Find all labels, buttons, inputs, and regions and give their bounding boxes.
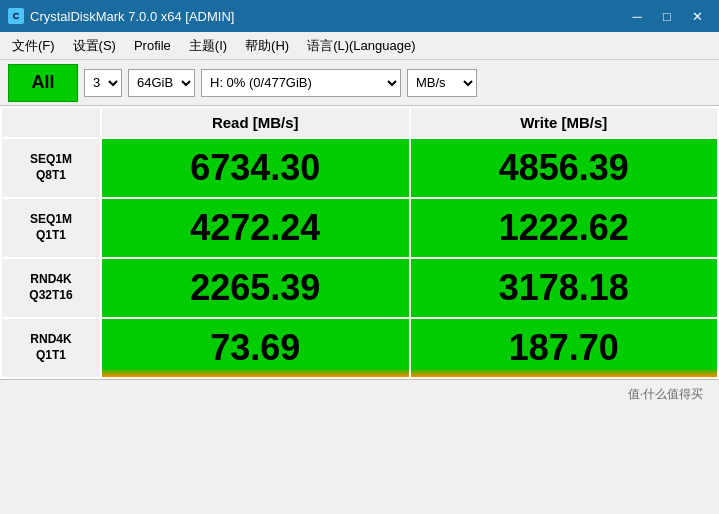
watermark: 值·什么值得买 [628, 386, 703, 403]
window-title: CrystalDiskMark 7.0.0 x64 [ADMIN] [30, 9, 234, 24]
write-value: 187.70 [410, 318, 719, 378]
row-label: RND4KQ32T16 [1, 258, 101, 318]
menu-bar: 文件(F) 设置(S) Profile 主题(I) 帮助(H) 语言(L)(La… [0, 32, 719, 60]
write-value: 4856.39 [410, 138, 719, 198]
app-icon: C [8, 8, 24, 24]
write-value: 1222.62 [410, 198, 719, 258]
menu-file[interactable]: 文件(F) [4, 33, 63, 59]
all-button[interactable]: All [8, 64, 78, 102]
table-row: SEQ1MQ8T16734.304856.39 [1, 138, 718, 198]
status-bar: 值·什么值得买 [0, 379, 719, 409]
title-bar: C CrystalDiskMark 7.0.0 x64 [ADMIN] ─ □ … [0, 0, 719, 32]
read-value: 6734.30 [101, 138, 410, 198]
size-select[interactable]: 64GiB 1GiB 16GiB [128, 69, 195, 97]
toolbar: All 3 1 5 64GiB 1GiB 16GiB H: 0% (0/477G… [0, 60, 719, 106]
row-label: SEQ1MQ8T1 [1, 138, 101, 198]
minimize-button[interactable]: ─ [623, 5, 651, 27]
header-empty [1, 107, 101, 138]
read-header: Read [MB/s] [101, 107, 410, 138]
close-button[interactable]: ✕ [683, 5, 711, 27]
table-row: SEQ1MQ1T14272.241222.62 [1, 198, 718, 258]
menu-theme[interactable]: 主题(I) [181, 33, 235, 59]
maximize-button[interactable]: □ [653, 5, 681, 27]
read-value: 2265.39 [101, 258, 410, 318]
unit-select[interactable]: MB/s GB/s [407, 69, 477, 97]
table-row: RND4KQ32T162265.393178.18 [1, 258, 718, 318]
menu-language[interactable]: 语言(L)(Language) [299, 33, 423, 59]
row-label: SEQ1MQ1T1 [1, 198, 101, 258]
window-controls[interactable]: ─ □ ✕ [623, 5, 711, 27]
loops-select[interactable]: 3 1 5 [84, 69, 122, 97]
menu-settings[interactable]: 设置(S) [65, 33, 124, 59]
title-bar-left: C CrystalDiskMark 7.0.0 x64 [ADMIN] [8, 8, 234, 24]
menu-profile[interactable]: Profile [126, 34, 179, 57]
row-label: RND4KQ1T1 [1, 318, 101, 378]
drive-select[interactable]: H: 0% (0/477GiB) [201, 69, 401, 97]
menu-help[interactable]: 帮助(H) [237, 33, 297, 59]
benchmark-area: Read [MB/s] Write [MB/s] SEQ1MQ8T16734.3… [0, 106, 719, 379]
write-value: 3178.18 [410, 258, 719, 318]
write-header: Write [MB/s] [410, 107, 719, 138]
table-row: RND4KQ1T173.69187.70 [1, 318, 718, 378]
read-value: 4272.24 [101, 198, 410, 258]
benchmark-table: Read [MB/s] Write [MB/s] SEQ1MQ8T16734.3… [0, 106, 719, 379]
read-value: 73.69 [101, 318, 410, 378]
